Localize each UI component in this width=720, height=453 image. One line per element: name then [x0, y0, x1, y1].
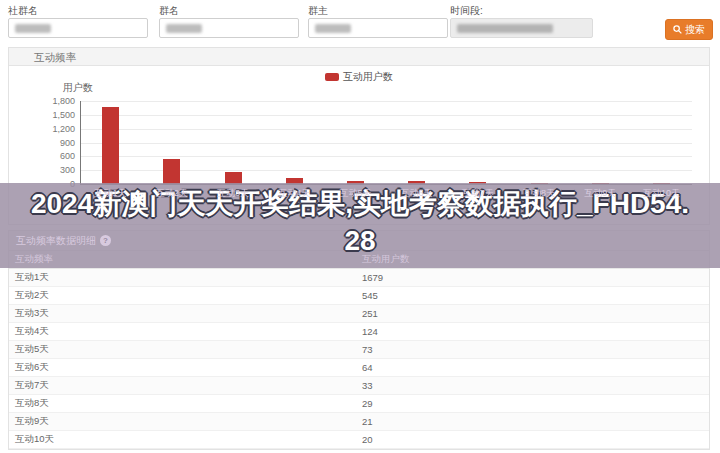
cell-frequency: 互动5天: [9, 343, 360, 356]
gridline: [80, 101, 692, 102]
cell-users: 20: [360, 434, 709, 445]
cell-frequency: 互动8天: [9, 397, 360, 410]
cell-users: 1679: [360, 272, 709, 283]
page: 社群名 群名 群主 时间段: 搜索 互动频率 互动用户数 用户数 1: [0, 0, 720, 453]
x-axis-label: 互动2天: [141, 187, 203, 200]
legend-swatch: [325, 73, 339, 81]
community-name-input[interactable]: [8, 18, 148, 38]
x-axis-label: 互动10天: [630, 187, 692, 200]
table-row: 互动1天1679: [9, 269, 709, 287]
y-tick-label: 1,800: [9, 96, 75, 106]
cell-users: 64: [360, 362, 709, 373]
search-icon: [673, 25, 682, 34]
y-tick-label: 300: [9, 165, 75, 175]
group-owner-input[interactable]: [308, 18, 448, 38]
gridline: [80, 143, 692, 144]
table-row: 互动10天20: [9, 431, 709, 449]
column-header-frequency: 互动频率: [9, 253, 360, 266]
table-row: 互动5天73: [9, 341, 709, 359]
x-axis-label: 互动8天: [508, 187, 570, 200]
interaction-frequency-chart-panel: 互动频率 互动用户数 用户数 1,8001,5001,2009006003000…: [8, 47, 710, 225]
cell-users: 21: [360, 416, 709, 427]
y-tick-label: 1,200: [9, 124, 75, 134]
table-row: 互动3天251: [9, 305, 709, 323]
group-name-label: 群名: [159, 3, 299, 18]
y-tick-label: 600: [9, 151, 75, 161]
gridline: [80, 156, 692, 157]
search-button-label: 搜索: [685, 23, 705, 37]
redacted-placeholder: [457, 24, 553, 33]
x-axis-label: 互动5天: [324, 187, 386, 200]
cell-users: 124: [360, 326, 709, 337]
cell-frequency: 互动9天: [9, 415, 360, 428]
filter-bar: 社群名 群名 群主 时间段: 搜索: [0, 0, 720, 47]
cell-frequency: 互动1天: [9, 271, 360, 284]
y-tick-label: 1,500: [9, 110, 75, 120]
table-row: 互动4天124: [9, 323, 709, 341]
redacted-placeholder: [315, 24, 351, 33]
table-row: 互动9天21: [9, 413, 709, 431]
redacted-placeholder: [15, 24, 51, 33]
cell-users: 29: [360, 398, 709, 409]
x-axis-label: 互动9天: [569, 187, 631, 200]
cell-frequency: 互动3天: [9, 307, 360, 320]
table-row: 互动2天545: [9, 287, 709, 305]
time-range-input[interactable]: [450, 18, 593, 38]
cell-users: 33: [360, 380, 709, 391]
cell-users: 251: [360, 308, 709, 319]
x-axis-label: 互动3天: [202, 187, 264, 200]
field-group-name: 群名: [159, 3, 299, 38]
bar[interactable]: [102, 107, 119, 184]
time-range-label: 时间段:: [450, 3, 593, 18]
group-owner-label: 群主: [308, 3, 448, 18]
column-header-users: 互动用户数: [360, 253, 709, 266]
redacted-placeholder: [166, 24, 202, 33]
y-axis-title: 用户数: [63, 81, 93, 95]
group-name-input[interactable]: [159, 18, 299, 38]
field-group-owner: 群主: [308, 3, 448, 38]
field-community-name: 社群名: [8, 3, 148, 38]
cell-frequency: 互动2天: [9, 289, 360, 302]
bar[interactable]: [163, 159, 180, 184]
cell-frequency: 互动10天: [9, 433, 360, 446]
help-icon[interactable]: ?: [100, 235, 111, 246]
x-axis-label: 互动4天: [263, 187, 325, 200]
table-row: 互动7天33: [9, 377, 709, 395]
interaction-frequency-table-panel: 互动频率数据明细 ? 互动频率 互动用户数 互动1天1679互动2天545互动3…: [8, 230, 710, 450]
legend-item[interactable]: 互动用户数: [325, 70, 393, 84]
table-section-title: 互动频率数据明细: [16, 234, 96, 248]
cell-users: 545: [360, 290, 709, 301]
search-button[interactable]: 搜索: [665, 19, 713, 40]
field-time-range: 时间段:: [450, 3, 593, 38]
x-axis-label: 互动1天: [80, 187, 142, 200]
table-row: 互动8天29: [9, 395, 709, 413]
cell-frequency: 互动6天: [9, 361, 360, 374]
chart-panel-title: 互动频率: [9, 48, 709, 66]
table-body: 互动1天1679互动2天545互动3天251互动4天124互动5天73互动6天6…: [9, 269, 709, 449]
gridline: [80, 129, 692, 130]
gridline: [80, 115, 692, 116]
cell-users: 73: [360, 344, 709, 355]
x-axis-label: 互动7天: [447, 187, 509, 200]
y-tick-label: 900: [9, 138, 75, 148]
table-row: 互动6天64: [9, 359, 709, 377]
x-axis-label: 互动6天: [386, 187, 448, 200]
legend-label: 互动用户数: [343, 70, 393, 84]
community-name-label: 社群名: [8, 3, 148, 18]
y-axis-line: [80, 101, 81, 184]
cell-frequency: 互动7天: [9, 379, 360, 392]
cell-frequency: 互动4天: [9, 325, 360, 338]
